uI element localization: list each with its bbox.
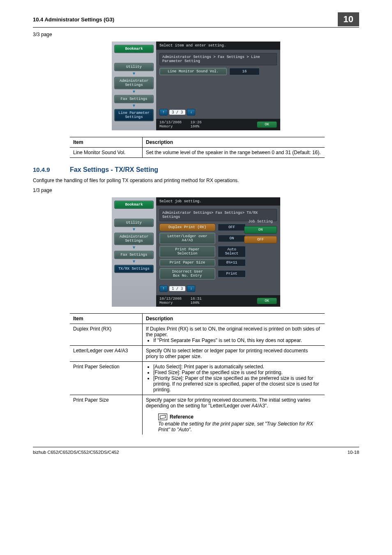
page-3of3-note: 3/3 page bbox=[33, 32, 359, 37]
nav-utility[interactable]: Utility bbox=[114, 63, 154, 71]
status-datetime: 10/13/2008 19:26 Memory 100% bbox=[159, 120, 202, 129]
table-row: Print Paper Selection [Auto Select]: Pri… bbox=[70, 362, 325, 395]
panel1-left-nav: Bookmark Utility ▼ Administrator Setting… bbox=[112, 42, 156, 130]
paper-selection-value: Auto Select bbox=[218, 246, 246, 257]
item-cell: Print Paper Selection bbox=[70, 362, 143, 395]
breadcrumb: Administrator Settings > Fax Settings > … bbox=[159, 53, 277, 65]
desc-bullet: [Priority Size]: Paper of the size speci… bbox=[153, 375, 321, 393]
nav-admin-settings[interactable]: Administrator Settings bbox=[114, 233, 154, 245]
nav-txrx-settings[interactable]: TX/RX Settings bbox=[114, 265, 154, 273]
footer-model: bizhub C652/C652DS/C552/C552DS/C452 bbox=[33, 450, 119, 455]
desc-cell: Specify ON to select letter or ledger pa… bbox=[143, 346, 325, 362]
duplex-print-field[interactable]: Duplex Print (RX) bbox=[159, 224, 215, 231]
page-indicator: 3 / 3 bbox=[169, 110, 185, 115]
job-setting-off[interactable]: OFF bbox=[244, 236, 277, 243]
bookmark-button[interactable]: Bookmark bbox=[114, 45, 154, 53]
desc-bullet: [Fixed Size]: Paper of the specified siz… bbox=[153, 370, 321, 375]
letter-ledger-value: ON bbox=[218, 235, 246, 242]
pager: ↑ 1 / 3 ↓ bbox=[159, 285, 277, 292]
nav-admin-settings[interactable]: Administrator Settings bbox=[114, 77, 154, 89]
page-up-button[interactable]: ↑ bbox=[159, 109, 168, 116]
incorrect-box-value: Print bbox=[218, 270, 246, 278]
table-header-row: Item Description bbox=[70, 137, 325, 148]
line-monitor-table: Item Description Line Monitor Sound Vol.… bbox=[70, 137, 325, 158]
nav-utility[interactable]: Utility bbox=[114, 219, 154, 227]
desc-cell: Specify paper size for printing received… bbox=[143, 395, 325, 435]
ok-button[interactable]: OK bbox=[257, 121, 277, 128]
txrx-table: Item Description Duplex Print (RX) If Du… bbox=[70, 313, 325, 435]
duplex-print-value: OFF bbox=[218, 224, 246, 231]
desc-bullet: If "Print Separate Fax Pages" is set to … bbox=[153, 338, 321, 343]
panel2-left-nav: Bookmark Utility ▼ Administrator Setting… bbox=[112, 197, 156, 307]
job-setting-sidebar: Job Setting ON OFF bbox=[244, 220, 277, 243]
txrx-panel: Bookmark Utility ▼ Administrator Setting… bbox=[33, 197, 359, 307]
page-footer: bizhub C652/C652DS/C552/C552DS/C452 10-1… bbox=[33, 447, 359, 455]
section-number: 10.4.9 bbox=[33, 166, 62, 173]
section-heading: 10.4.9 Fax Settings - TX/RX Setting bbox=[33, 166, 359, 173]
pager: ↑ 3 / 3 ↓ bbox=[159, 109, 277, 116]
table-row: Duplex Print (RX) If Duplex Print (RX) i… bbox=[70, 324, 325, 346]
nav-line-parameter[interactable]: Line Parameter Settings bbox=[114, 109, 154, 121]
reference-icon bbox=[158, 414, 167, 420]
table-header-row: Item Description bbox=[70, 314, 325, 324]
desc-text: Specify paper size for printing received… bbox=[146, 397, 311, 409]
col-item: Item bbox=[70, 137, 143, 148]
letter-ledger-field[interactable]: Letter/Ledger over A4/A3 bbox=[159, 233, 215, 244]
page-1of3-note: 1/3 page bbox=[33, 187, 359, 193]
col-description: Description bbox=[143, 314, 325, 324]
job-setting-on[interactable]: ON bbox=[244, 226, 277, 234]
paper-size-field[interactable]: Print Paper Size bbox=[159, 259, 215, 266]
page-header: 10.4 Administrator Settings (G3) 10 bbox=[33, 12, 359, 28]
job-setting-title: Job Setting bbox=[244, 220, 277, 224]
nav-fax-settings[interactable]: Fax Settings bbox=[114, 251, 154, 259]
paper-size-value: 8½×11 bbox=[218, 259, 246, 266]
desc-cell: Set the volume level of the speaker in t… bbox=[143, 148, 325, 158]
col-description: Description bbox=[143, 137, 325, 148]
line-monitor-sound-value: 16 bbox=[229, 68, 260, 75]
desc-cell: If Duplex Print (RX) is set to ON, the o… bbox=[143, 324, 325, 346]
panel1-instruction: Select item and enter setting. bbox=[156, 42, 280, 50]
desc-cell: [Auto Select]: Print paper is automatica… bbox=[143, 362, 325, 395]
table-row: Print Paper Size Specify paper size for … bbox=[70, 395, 325, 435]
line-parameter-panel: Bookmark Utility ▼ Administrator Setting… bbox=[33, 42, 359, 130]
page-up-button[interactable]: ↑ bbox=[159, 285, 168, 292]
item-cell: Print Paper Size bbox=[70, 395, 143, 435]
item-cell: Line Monitor Sound Vol. bbox=[70, 148, 143, 158]
paper-selection-field[interactable]: Print Paper Selection bbox=[159, 246, 215, 257]
page-down-button[interactable]: ↓ bbox=[187, 109, 195, 116]
item-cell: Duplex Print (RX) bbox=[70, 324, 143, 346]
table-row: Letter/Ledger over A4/A3 Specify ON to s… bbox=[70, 346, 325, 362]
desc-bullet: [Auto Select]: Print paper is automatica… bbox=[153, 364, 321, 370]
header-left: 10.4 Administrator Settings (G3) bbox=[33, 16, 338, 23]
desc-text: If Duplex Print (RX) is set to ON, the o… bbox=[146, 326, 320, 338]
footer-page: 10-18 bbox=[348, 450, 359, 455]
line-monitor-sound-field[interactable]: Line Monitor Sound Vol. bbox=[159, 68, 227, 75]
arrow-down-icon: ▼ bbox=[114, 73, 154, 75]
arrow-down-icon: ▼ bbox=[114, 261, 154, 263]
item-cell: Letter/Ledger over A4/A3 bbox=[70, 346, 143, 362]
arrow-down-icon: ▼ bbox=[114, 91, 154, 93]
status-datetime: 10/13/2008 16:31 Memory 100% bbox=[159, 297, 202, 305]
arrow-down-icon: ▼ bbox=[114, 229, 154, 231]
ok-button[interactable]: OK bbox=[257, 298, 277, 304]
header-chapter: 10 bbox=[338, 12, 359, 26]
col-item: Item bbox=[70, 314, 143, 324]
incorrect-box-field[interactable]: Incorrect User Box No. Entry bbox=[159, 268, 215, 280]
arrow-down-icon: ▼ bbox=[114, 247, 154, 249]
bookmark-button[interactable]: Bookmark bbox=[114, 201, 154, 209]
page-indicator: 1 / 3 bbox=[169, 286, 185, 291]
page-down-button[interactable]: ↓ bbox=[187, 285, 195, 292]
section-title: Fax Settings - TX/RX Setting bbox=[70, 166, 158, 173]
arrow-down-icon: ▼ bbox=[114, 105, 154, 107]
table-row: Line Monitor Sound Vol. Set the volume l… bbox=[70, 148, 325, 158]
reference-title: Reference bbox=[170, 414, 194, 420]
panel2-instruction: Select job setting. bbox=[156, 197, 280, 206]
nav-fax-settings[interactable]: Fax Settings bbox=[114, 95, 154, 103]
reference-text: To enable the setting for the print pape… bbox=[158, 421, 321, 432]
section-intro: Configure the handling of files for poll… bbox=[33, 178, 359, 183]
